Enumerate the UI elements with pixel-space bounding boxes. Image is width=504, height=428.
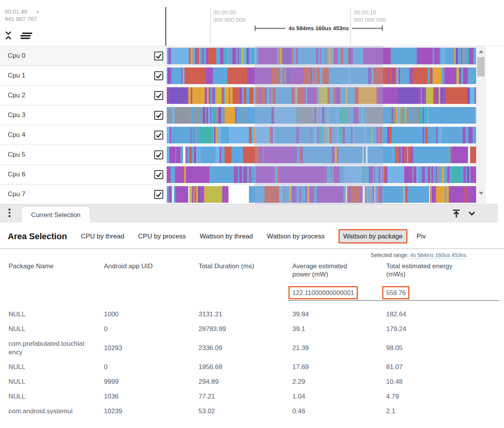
detail-tab-cpu-by-process[interactable]: CPU by process bbox=[138, 233, 186, 240]
flatten-icon[interactable] bbox=[18, 31, 32, 42]
summary-total-energy-cell: 559.76 bbox=[386, 286, 499, 299]
track-row-cpu-5: Cpu 5 bbox=[0, 145, 485, 165]
track-label[interactable]: Cpu 0 bbox=[8, 46, 25, 66]
track-checkbox[interactable] bbox=[154, 190, 163, 199]
area-selection-header: Area Selection CPU by threadCPU by proce… bbox=[8, 228, 504, 245]
check-icon bbox=[155, 92, 162, 99]
table-row-1-col-2: 1000 bbox=[104, 307, 198, 322]
details-panel: Area Selection CPU by threadCPU by proce… bbox=[0, 223, 504, 428]
track-checkbox[interactable] bbox=[154, 131, 163, 140]
area-selection-overlay[interactable] bbox=[255, 46, 383, 204]
column-header-1: Package Name bbox=[9, 261, 104, 278]
summary-avg-power-box: 122.11000000000001 bbox=[288, 286, 358, 299]
track-label[interactable]: Cpu 1 bbox=[8, 66, 25, 85]
table-row-5-col-5: 10.48 bbox=[386, 374, 499, 389]
track-row-cpu-2: Cpu 2 bbox=[0, 86, 485, 105]
selected-range: Selected range: 4s 584ms 160us 453ns bbox=[371, 252, 466, 258]
unfold-less-icon[interactable] bbox=[4, 30, 13, 42]
table-row-3-col-3: 2336.09 bbox=[198, 341, 292, 356]
scrollbar-thumb[interactable] bbox=[477, 57, 485, 76]
table-row-2-col-4: 39.1 bbox=[292, 322, 386, 337]
detail-tab-wattson-by-thread[interactable]: Wattson by thread bbox=[200, 233, 253, 240]
table-top-border bbox=[0, 249, 504, 249]
track-row-cpu-1: Cpu 1 bbox=[0, 66, 485, 86]
column-header-5: Total estimated energy (mWs) bbox=[386, 261, 469, 286]
table-row-2-col-5: 179.24 bbox=[386, 322, 499, 337]
table-row-5-col-3: 294.89 bbox=[198, 374, 292, 389]
table-row-4-col-4: 17.69 bbox=[292, 360, 386, 374]
track-label[interactable]: Cpu 7 bbox=[8, 185, 25, 204]
triangle-down-icon[interactable] bbox=[479, 192, 483, 195]
check-icon bbox=[155, 131, 162, 139]
table-spacer bbox=[9, 301, 499, 307]
panel-title: Area Selection bbox=[8, 231, 67, 242]
selection-duration-marker: 4s 584ms 160us 453ns bbox=[255, 25, 383, 32]
triangle-up-icon[interactable] bbox=[479, 50, 483, 53]
vertical-scrollbar[interactable] bbox=[476, 46, 486, 204]
tab-current-selection-label: Current Selection bbox=[31, 211, 80, 219]
track-row-cpu-7: Cpu 7 bbox=[0, 185, 485, 204]
ruler-tick-origin bbox=[165, 7, 166, 46]
table-row-1-col-3: 3131.21 bbox=[198, 307, 292, 322]
table-row-3-col-1: com.prefabulated.touchlatency bbox=[9, 337, 88, 360]
summary-total-energy-box: 559.76 bbox=[382, 286, 409, 299]
detail-tab-wattson-by-process[interactable]: Wattson by process bbox=[267, 233, 325, 240]
vertical-align-top-icon[interactable] bbox=[451, 208, 461, 220]
timeline-ruler: 00:01:48+ 441 907 767 00:00:05000 000 00… bbox=[0, 0, 504, 46]
cpu-track-list: Cpu 0 Cpu 1 Cpu 2 Cpu 3 bbox=[0, 46, 504, 204]
column-header-4: Average estimated power (mW) bbox=[292, 261, 364, 286]
check-icon bbox=[155, 171, 162, 178]
selection-duration-label: 4s 584ms 160us 453ns bbox=[288, 25, 349, 31]
table-row-7-col-5: 2.1 bbox=[386, 404, 499, 419]
track-checkbox[interactable] bbox=[154, 71, 163, 80]
check-icon bbox=[155, 52, 162, 60]
table-row-6-col-2: 1036 bbox=[104, 389, 198, 404]
table-row-3-col-5: 98.05 bbox=[386, 341, 499, 356]
detail-tab-piv[interactable]: Piv bbox=[417, 233, 426, 240]
detail-tab-cpu-by-thread[interactable]: CPU by thread bbox=[81, 233, 124, 240]
track-checkbox[interactable] bbox=[154, 170, 163, 179]
table-row-4-col-2: 0 bbox=[104, 360, 198, 374]
ruler-tick-5s bbox=[210, 7, 211, 46]
table-row-3-col-4: 21.39 bbox=[292, 341, 386, 356]
table-row-5-col-1: NULL bbox=[9, 374, 88, 389]
table-row-2-col-1: NULL bbox=[9, 322, 88, 337]
track-checkbox[interactable] bbox=[154, 52, 163, 60]
details-tab-bar: Current Selection bbox=[0, 204, 498, 223]
table-row-1-col-1: NULL bbox=[9, 307, 88, 322]
selected-range-link[interactable]: 4s 584ms 160us 453ns bbox=[410, 252, 466, 259]
track-label[interactable]: Cpu 2 bbox=[8, 86, 25, 105]
wattson-package-table: Package NameAndroid app UIDTotal Duratio… bbox=[9, 261, 499, 419]
table-row-7-col-1: com.android.systemui bbox=[9, 404, 88, 419]
check-icon bbox=[155, 72, 162, 79]
table-row-1-col-4: 39.84 bbox=[292, 307, 386, 322]
table-row-3-col-2: 10293 bbox=[104, 341, 198, 356]
track-checkbox[interactable] bbox=[154, 150, 163, 159]
track-label[interactable]: Cpu 5 bbox=[8, 145, 25, 164]
table-row-5-col-2: 9999 bbox=[104, 374, 198, 389]
check-icon bbox=[155, 191, 162, 198]
table-row-1-col-5: 182.64 bbox=[386, 307, 499, 322]
check-icon bbox=[155, 112, 162, 119]
track-label[interactable]: Cpu 3 bbox=[8, 105, 25, 125]
track-checkbox[interactable] bbox=[154, 111, 163, 120]
track-checkbox[interactable] bbox=[154, 91, 163, 100]
table-row-5-col-4: 2.29 bbox=[292, 374, 386, 389]
summary-avg-power-cell: 122.11000000000001 bbox=[292, 286, 386, 299]
table-row-7-col-2: 10239 bbox=[104, 404, 198, 419]
track-label[interactable]: Cpu 4 bbox=[8, 125, 25, 145]
track-label[interactable]: Cpu 6 bbox=[8, 165, 25, 184]
track-row-cpu-0: Cpu 0 bbox=[0, 46, 485, 66]
kebab-icon[interactable] bbox=[9, 209, 10, 217]
table-row-7-col-4: 0.46 bbox=[292, 404, 386, 419]
chevron-down-icon[interactable] bbox=[467, 208, 477, 220]
table-row-2-col-2: 0 bbox=[104, 322, 198, 337]
table-row-4-col-3: 1956.68 bbox=[198, 360, 292, 374]
table-row-6-col-3: 77.21 bbox=[198, 389, 292, 404]
check-icon bbox=[155, 151, 162, 159]
tab-current-selection[interactable]: Current Selection bbox=[21, 206, 90, 223]
track-row-cpu-6: Cpu 6 bbox=[0, 165, 485, 185]
table-row-6-col-5: 4.79 bbox=[386, 389, 499, 404]
table-row-7-col-3: 53.02 bbox=[198, 404, 292, 419]
detail-tab-wattson-by-package[interactable]: Wattson by package bbox=[338, 229, 407, 243]
